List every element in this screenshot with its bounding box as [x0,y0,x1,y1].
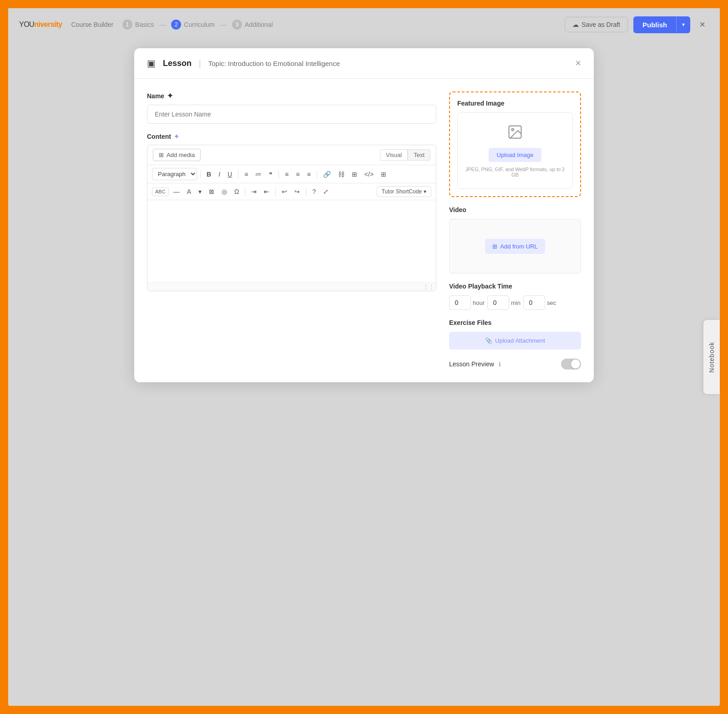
help-button[interactable]: ? [309,187,318,197]
unlink-button[interactable]: ⛓ [335,169,347,179]
upload-image-button[interactable]: Upload Image [489,148,542,162]
text-color-picker[interactable]: ▾ [196,187,204,197]
content-field-label: Content ✦ [147,133,436,140]
blockquote-button[interactable]: ❝ [266,169,275,179]
playback-section: Video Playback Time hour min [449,283,581,310]
align-left-button[interactable]: ≡ [282,169,291,179]
name-label-text: Name [147,92,164,100]
notebook-tab[interactable]: Notebook [703,320,720,395]
strikethrough-button[interactable]: ABC [152,187,169,196]
save-draft-label: Save as Draft [581,21,620,28]
text-color-button[interactable]: A [184,187,194,197]
top-navigation: YOUniversity Course Builder 1 Basics — 2… [8,8,720,41]
modal-close-button[interactable]: × [575,57,581,69]
modal-subtitle: Topic: Introduction to Emotional Intelli… [208,60,340,67]
hour-field: hour [449,295,485,310]
hour-input[interactable] [449,295,471,310]
shortcode-button[interactable]: Tutor ShortCode ▾ [377,186,431,197]
redo-button[interactable]: ↪ [292,187,303,197]
sparkle-icon: ✦ [167,91,173,100]
step-3-label: Additional [245,21,273,28]
modal-divider: | [199,59,201,68]
featured-image-title: Featured Image [457,100,573,107]
nav-course-builder-label: Course Builder [71,21,113,28]
editor-resize-handle[interactable]: ⋮⋮ [147,282,436,291]
toolbar-sep-1 [200,170,201,178]
editor-toolbar-row1: Paragraph B I U ≡ ≔ ❝ ≡ ≡ [147,165,436,183]
attachment-icon: 📎 [485,337,492,344]
lesson-modal: ▣ Lesson | Topic: Introduction to Emotio… [134,48,594,382]
underline-button[interactable]: U [225,169,235,179]
preview-toggle[interactable] [561,359,581,370]
horizontal-rule-button[interactable]: — [171,187,182,197]
editor-wrapper: ⊞ Add media Visual Text Paragraph [147,145,436,291]
featured-image-section: Featured Image Upload Image JPEG, PNG, [449,91,581,197]
ordered-list-button[interactable]: ≔ [253,169,264,179]
sec-field: sec [523,295,556,310]
lesson-icon: ▣ [147,58,156,69]
paragraph-select[interactable]: Paragraph [152,168,197,180]
upload-attachment-label: Upload Attachment [495,337,545,344]
align-center-button[interactable]: ≡ [293,169,302,179]
video-title: Video [449,206,581,213]
indent-button[interactable]: ⇥ [248,187,259,197]
erase-button[interactable]: ◎ [219,187,230,197]
unordered-list-button[interactable]: ≡ [242,169,251,179]
add-media-button[interactable]: ⊞ Add media [153,149,201,161]
outdent-button[interactable]: ⇤ [261,187,272,197]
step-2-num: 2 [171,20,181,30]
step-sep-2: — [218,21,228,28]
toolbar-sep-3 [278,170,279,178]
step-2-label: Curriculum [184,21,215,28]
table-button[interactable]: ⊞ [349,169,360,179]
toolbar-sep-5 [245,187,245,196]
visual-view-button[interactable]: Visual [380,149,408,161]
add-from-url-button[interactable]: ⊞ Add from URL [485,239,545,254]
align-right-button[interactable]: ≡ [304,169,313,179]
step-2[interactable]: 2 Curriculum [171,20,215,30]
editor-toolbar-row2: ABC — A ▾ ⊠ ◎ Ω ⇥ ⇤ ↩ ↪ [147,183,436,200]
step-1[interactable]: 1 Basics [122,20,154,30]
logo: YOUniversity [19,20,62,29]
publish-button-group: Publish ▾ [633,16,690,33]
fullscreen-button[interactable]: ⤢ [320,187,331,197]
toolbar-sep-4 [317,170,317,178]
add-media-label: Add media [167,152,195,158]
add-media-icon: ⊞ [159,152,164,158]
preview-info-icon[interactable]: ℹ [499,361,501,368]
image-upload-icon [507,124,523,143]
step-3[interactable]: 3 Additional [232,20,273,30]
lesson-name-input[interactable] [147,105,436,124]
toggle-knob [571,360,580,369]
omega-button[interactable]: Ω [232,187,242,197]
shortcode-chevron-icon: ▾ [424,188,426,195]
exercise-title: Exercise Files [449,319,581,326]
italic-button[interactable]: I [216,169,223,179]
grid-button[interactable]: ⊞ [378,169,389,179]
nav-close-button[interactable]: × [696,17,709,32]
step-sep-1: — [157,21,167,28]
shortcode-label: Tutor ShortCode [382,188,422,195]
link-button[interactable]: 🔗 [320,169,334,179]
view-buttons: Visual Text [380,149,430,161]
nav-steps: 1 Basics — 2 Curriculum — 3 Additional [122,20,556,30]
min-input[interactable] [487,295,509,310]
undo-button[interactable]: ↩ [279,187,290,197]
step-1-label: Basics [135,21,154,28]
editor-content-area[interactable] [147,200,436,282]
upload-attachment-button[interactable]: 📎 Upload Attachment [449,332,581,349]
svg-point-1 [512,129,514,131]
bold-button[interactable]: B [204,169,214,179]
min-field: min [487,295,521,310]
playback-title: Video Playback Time [449,283,581,290]
save-draft-button[interactable]: ☁ Save as Draft [565,17,628,32]
sec-input[interactable] [523,295,545,310]
publish-chevron-button[interactable]: ▾ [676,17,690,32]
name-field-label: Name ✦ [147,91,436,100]
publish-button[interactable]: Publish [633,16,676,33]
code-button[interactable]: </> [362,169,376,179]
special-char-button[interactable]: ⊠ [206,187,217,197]
video-area: ⊞ Add from URL [449,219,581,273]
logo-niversity: niversity [34,20,62,28]
text-view-button[interactable]: Text [408,149,430,161]
